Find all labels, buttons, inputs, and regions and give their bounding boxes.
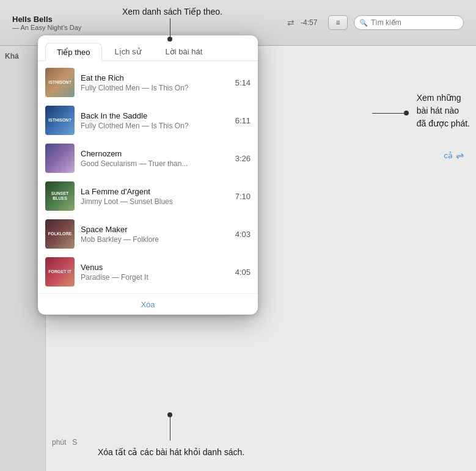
clear-button[interactable]: Xóa [141, 300, 155, 309]
song-meta: Paradise — Forget It [81, 273, 229, 282]
queue-icon: ≡ [335, 18, 340, 27]
song-item[interactable]: ChernozemGood Secularism — Truer than...… [38, 139, 258, 177]
song-duration: 4:05 [235, 268, 251, 277]
song-meta: Fully Clothed Men — Is This On? [81, 84, 229, 92]
time-remaining: -4:57 [301, 18, 322, 27]
song-item[interactable]: FORGET ITVenusParadise — Forget It4:05 [38, 253, 258, 291]
main-bottom-text: phút S [52, 438, 77, 447]
clear-section: Xóa [38, 293, 258, 315]
shuffle-area: cả ⇌ [444, 150, 464, 161]
song-duration: 7:10 [235, 192, 251, 201]
shuffle-icon: ⇌ [456, 150, 464, 161]
popup-panel: Tiếp theo Lịch sử Lời bài hát ISTHISON?E… [38, 35, 258, 315]
album-art: FOLKLORE [45, 219, 75, 249]
song-info: Back In the SaddleFully Clothed Men — Is… [81, 111, 229, 130]
song-info: ChernozemGood Secularism — Truer than... [81, 149, 229, 168]
repeat-button[interactable]: ⇄ [287, 18, 295, 27]
tab-tiep-theo[interactable]: Tiếp theo [45, 43, 102, 61]
album-art [45, 144, 75, 173]
song-item[interactable]: ISTHISON?Back In the SaddleFully Clothed… [38, 101, 258, 139]
song-title: Venus [81, 263, 229, 272]
album-art: FORGET IT [45, 257, 75, 287]
song-duration: 3:26 [235, 154, 251, 163]
arrow-top-line [170, 18, 170, 38]
album-art: SUNSET BLUES [45, 181, 75, 211]
song-info: VenusParadise — Forget It [81, 263, 229, 282]
album-art: ISTHISON? [45, 106, 75, 135]
song-title: Chernozem [81, 149, 229, 158]
annotation-bottom: Xóa tất cả các bài hát khỏi danh sách. [98, 447, 244, 459]
search-icon: 🔍 [359, 19, 368, 27]
album-art: ISTHISON? [45, 68, 75, 97]
song-duration: 6:11 [235, 116, 251, 125]
now-playing-subtitle: — An Easy Night's Day [12, 24, 287, 31]
song-title: La Femme d'Argent [81, 187, 229, 196]
arrow-bottom-dot [167, 412, 172, 417]
song-duration: 4:03 [235, 230, 251, 239]
song-meta: Fully Clothed Men — Is This On? [81, 122, 229, 130]
song-info: Eat the RichFully Clothed Men — Is This … [81, 73, 229, 92]
tab-loi-bai-hat[interactable]: Lời bài hát [154, 43, 214, 60]
song-list: ISTHISON?Eat the RichFully Clothed Men —… [38, 61, 258, 293]
tabs-row: Tiếp theo Lịch sử Lời bài hát [38, 35, 258, 61]
arrow-top-dot [167, 37, 172, 42]
annotation-right: Xem những bài hát nào đã được phát. [417, 92, 470, 130]
queue-button[interactable]: ≡ [328, 15, 348, 30]
arrow-bottom-line [170, 416, 170, 440]
arrow-right-line [372, 113, 406, 114]
song-item[interactable]: SUNSET BLUESLa Femme d'ArgentJimmy Loot … [38, 177, 258, 215]
song-title: Back In the Saddle [81, 111, 229, 120]
search-bar[interactable]: 🔍 [354, 15, 464, 30]
top-bar-controls: ⇄ -4:57 ≡ 🔍 [287, 15, 464, 30]
song-title: Space Maker [81, 225, 229, 234]
search-input[interactable] [371, 18, 458, 27]
annotation-top: Xem danh sách Tiếp theo. [122, 6, 222, 18]
song-title: Eat the Rich [81, 73, 229, 82]
song-meta: Good Secularism — Truer than... [81, 159, 229, 168]
song-item[interactable]: ISTHISON?Eat the RichFully Clothed Men —… [38, 64, 258, 101]
song-info: Space MakerMob Barkley — Folklore [81, 225, 229, 244]
tab-lich-su[interactable]: Lịch sử [103, 43, 153, 60]
song-meta: Mob Barkley — Folklore [81, 235, 229, 244]
arrow-right-dot [404, 111, 409, 115]
song-info: La Femme d'ArgentJimmy Loot — Sunset Blu… [81, 187, 229, 206]
shuffle-label: cả [444, 151, 453, 160]
song-meta: Jimmy Loot — Sunset Blues [81, 197, 229, 206]
song-duration: 5:14 [235, 78, 251, 87]
song-item[interactable]: FOLKLORESpace MakerMob Barkley — Folklor… [38, 215, 258, 253]
